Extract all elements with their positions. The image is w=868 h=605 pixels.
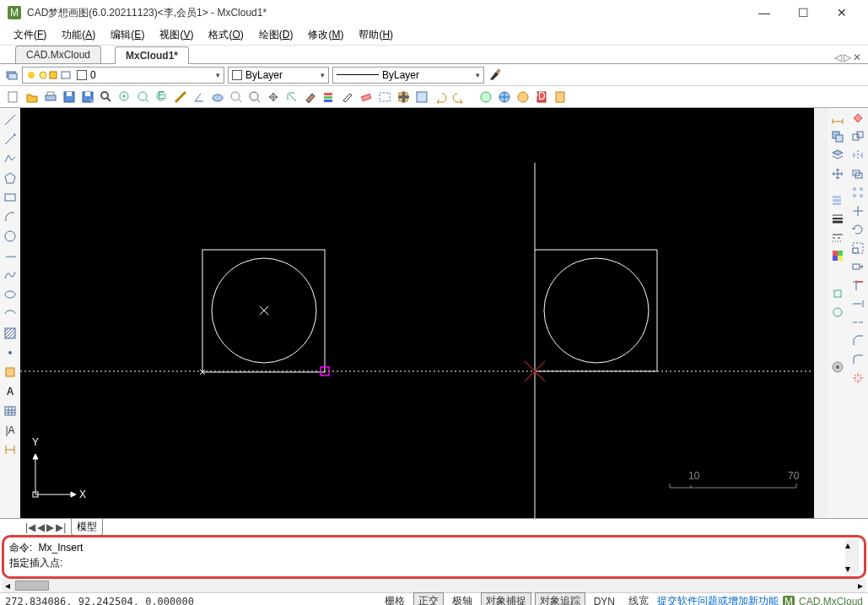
menu-draw[interactable]: 绘图(D): [252, 26, 300, 44]
menu-file[interactable]: 文件(F): [7, 26, 53, 44]
offset-icon[interactable]: [851, 167, 865, 183]
minimize-button[interactable]: —: [745, 0, 784, 25]
drawing-canvas[interactable]: X Y 10 70: [20, 108, 814, 518]
lwt-icon[interactable]: [831, 212, 844, 228]
cmd-scrollbar[interactable]: ▴▾: [845, 539, 859, 575]
color-select[interactable]: ByLayer ▾: [228, 67, 329, 84]
world-icon[interactable]: [496, 89, 513, 105]
lwt-toggle[interactable]: 线宽: [623, 592, 654, 605]
output-icon[interactable]: [413, 89, 430, 105]
point-icon[interactable]: [2, 344, 19, 361]
layers-icon[interactable]: [321, 89, 337, 105]
menu-edit[interactable]: 编辑(E): [104, 26, 151, 44]
selprev-icon[interactable]: [376, 89, 393, 105]
dim-linear-icon[interactable]: [831, 111, 844, 127]
zoom-all-icon[interactable]: [135, 89, 152, 105]
ortho-toggle[interactable]: 正交: [413, 592, 444, 605]
feedback-link[interactable]: 提交软件问题或增加新功能: [657, 594, 779, 605]
model-tab[interactable]: 模型: [71, 519, 103, 536]
dim-icon[interactable]: [2, 441, 19, 458]
tab-nav-right[interactable]: ▷: [844, 51, 851, 63]
menu-format[interactable]: 格式(O): [202, 26, 250, 44]
zoom-ext-icon[interactable]: E: [154, 89, 170, 105]
menu-modify[interactable]: 修改(M): [301, 26, 350, 44]
osnap-toggle[interactable]: 对象捕捉: [481, 592, 531, 605]
rect-icon[interactable]: [2, 189, 19, 206]
dyn-toggle[interactable]: DYN: [589, 594, 620, 606]
move-icon[interactable]: [851, 204, 865, 220]
maximize-button[interactable]: ☐: [784, 0, 822, 25]
erase-icon[interactable]: [851, 111, 865, 127]
menu-help[interactable]: 帮助(H): [352, 26, 400, 44]
tab-close[interactable]: ✕: [853, 51, 861, 63]
ellipse-icon[interactable]: [2, 286, 19, 303]
match-brush-icon[interactable]: [488, 68, 503, 83]
browser-icon[interactable]: [515, 89, 531, 105]
tab-nav-left[interactable]: ◁: [834, 51, 842, 63]
rotate-icon[interactable]: [851, 223, 865, 239]
layer-manager-icon[interactable]: [5, 68, 19, 82]
find-icon[interactable]: [98, 89, 115, 105]
polar-toggle[interactable]: 极轴: [447, 592, 477, 605]
arc-icon[interactable]: [2, 208, 19, 225]
revcloud-icon[interactable]: [2, 247, 19, 264]
osnap-icon[interactable]: [831, 287, 844, 303]
otrack-toggle[interactable]: 对象追踪: [535, 592, 585, 605]
copy-icon[interactable]: [831, 130, 844, 146]
mtext-icon[interactable]: |A: [2, 422, 19, 439]
regen-icon[interactable]: [283, 89, 300, 105]
circle-icon[interactable]: [2, 228, 19, 245]
trim-icon[interactable]: [851, 278, 865, 294]
pline-icon[interactable]: [2, 150, 19, 167]
redo-icon[interactable]: [450, 89, 467, 105]
move2-icon[interactable]: [831, 167, 844, 183]
cloud-icon[interactable]: [209, 89, 226, 105]
ltype-icon[interactable]: [831, 230, 844, 246]
layer3-icon[interactable]: [831, 193, 844, 209]
print-icon[interactable]: [42, 89, 59, 105]
hatch-icon[interactable]: [2, 325, 19, 342]
layer-select[interactable]: 0 ▾: [22, 67, 224, 84]
angle-icon[interactable]: [191, 89, 208, 105]
insert-icon[interactable]: ➕: [395, 89, 412, 105]
tab-mxcloud1[interactable]: MxCloud1*: [115, 46, 189, 64]
linetype-select[interactable]: ByLayer ▾: [332, 67, 484, 84]
layout-prev[interactable]: ◀: [37, 521, 45, 533]
layout-first[interactable]: |◀: [25, 521, 35, 533]
pdf-icon[interactable]: PDF: [533, 89, 550, 105]
color2-icon[interactable]: [831, 249, 844, 265]
paint-icon[interactable]: [302, 89, 319, 105]
zoom-icon[interactable]: [246, 89, 263, 105]
new-icon[interactable]: [5, 89, 22, 105]
copy2-icon[interactable]: [851, 130, 865, 146]
horizontal-scrollbar[interactable]: ◂▸: [2, 579, 866, 592]
menu-function[interactable]: 功能(A): [55, 26, 102, 44]
command-window[interactable]: 命令: Mx_Insert 指定插入点: ▴▾: [2, 535, 866, 579]
break-icon[interactable]: [851, 316, 865, 332]
block-icon[interactable]: [2, 364, 19, 381]
layers2-icon[interactable]: [831, 149, 844, 165]
grid-toggle[interactable]: 栅格: [380, 592, 410, 605]
help2-icon[interactable]: [552, 89, 569, 105]
explode-icon[interactable]: [851, 371, 865, 387]
scale-icon[interactable]: [851, 241, 865, 257]
fillet-icon[interactable]: [851, 353, 865, 369]
layout-last[interactable]: ▶|: [56, 521, 66, 533]
plugin-icon[interactable]: [831, 360, 844, 376]
menu-view[interactable]: 视图(V): [153, 26, 200, 44]
text-icon[interactable]: A: [2, 383, 19, 400]
spline-icon[interactable]: [2, 267, 19, 284]
zoom-win-icon[interactable]: [116, 89, 133, 105]
mirror-icon[interactable]: [851, 149, 865, 165]
pan-icon[interactable]: [265, 89, 282, 105]
undo-icon[interactable]: [432, 89, 449, 105]
open-icon[interactable]: [24, 89, 40, 105]
tab-cad-mxcloud[interactable]: CAD.MxCloud: [15, 46, 101, 63]
extend-icon[interactable]: [851, 297, 865, 313]
xline-icon[interactable]: [2, 131, 19, 148]
polygon-icon[interactable]: [2, 170, 19, 186]
render-icon[interactable]: [477, 89, 494, 105]
query-icon[interactable]: [228, 89, 245, 105]
stretch-icon[interactable]: [851, 260, 865, 276]
table-icon[interactable]: [2, 402, 19, 419]
